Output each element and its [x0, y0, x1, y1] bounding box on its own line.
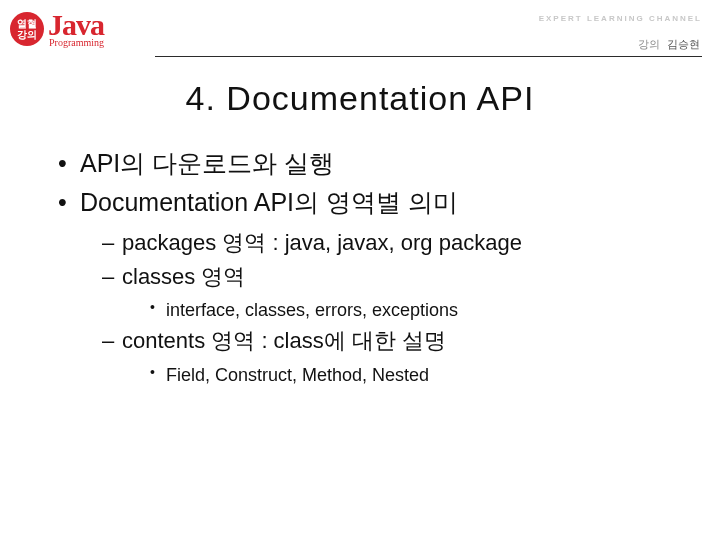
sub-sub-list: Field, Construct, Method, Nested: [122, 361, 680, 390]
sub-sub-list: interface, classes, errors, exceptions: [122, 296, 680, 325]
list-item: classes 영역 interface, classes, errors, e…: [102, 260, 680, 325]
header-right: EXPERT LEARNING CHANNEL 강의 김승현: [535, 10, 702, 52]
sub-list: packages 영역 : java, javax, org package c…: [80, 226, 680, 390]
list-item: Field, Construct, Method, Nested: [150, 361, 680, 390]
list-item: contents 영역 : class에 대한 설명 Field, Constr…: [102, 324, 680, 389]
badge-icon: 열혈 강의: [10, 12, 44, 46]
bullet-text: contents 영역 : class에 대한 설명: [122, 328, 446, 353]
bullet-text: packages 영역 : java, javax, org package: [122, 230, 522, 255]
bullet-text: interface, classes, errors, exceptions: [166, 300, 458, 320]
badge-line2: 강의: [17, 29, 37, 40]
logo-main: Java: [48, 10, 104, 40]
channel-label: EXPERT LEARNING CHANNEL: [539, 14, 702, 23]
bullet-text: Documentation API의 영역별 의미: [80, 188, 458, 216]
list-item: API의 다운로드와 실행: [58, 144, 680, 183]
list-item: packages 영역 : java, javax, org package: [102, 226, 680, 260]
bullet-text: Field, Construct, Method, Nested: [166, 365, 429, 385]
list-item: Documentation API의 영역별 의미 packages 영역 : …: [58, 183, 680, 390]
slide: 열혈 강의 Java Programming EXPERT LEARNING C…: [0, 0, 720, 540]
logo-text: Java Programming: [48, 10, 104, 48]
content: 4. Documentation API API의 다운로드와 실행 Docum…: [0, 57, 720, 389]
header: 열혈 강의 Java Programming EXPERT LEARNING C…: [0, 0, 720, 52]
lecturer-name: 김승현: [667, 38, 700, 50]
list-item: interface, classes, errors, exceptions: [150, 296, 680, 325]
page-title: 4. Documentation API: [40, 79, 680, 118]
bullet-text: API의 다운로드와 실행: [80, 149, 334, 177]
bullet-text: classes 영역: [122, 264, 245, 289]
logo-sub: Programming: [48, 38, 104, 48]
logo-block: 열혈 강의 Java Programming: [10, 10, 104, 48]
lecturer-label: 강의: [638, 38, 660, 50]
lecturer: 강의 김승현: [638, 37, 700, 52]
bullet-list: API의 다운로드와 실행 Documentation API의 영역별 의미 …: [40, 144, 680, 389]
badge-line1: 열혈: [17, 18, 37, 29]
